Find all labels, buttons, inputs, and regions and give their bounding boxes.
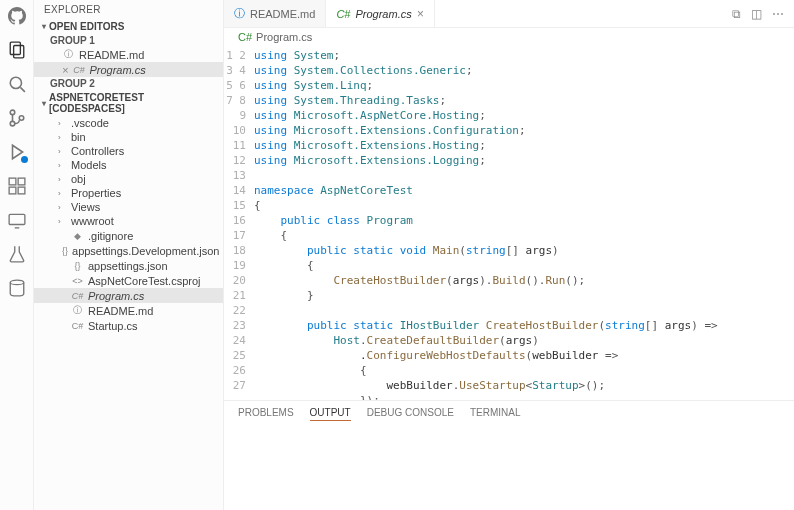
svg-rect-9 [18, 178, 25, 185]
tree-item[interactable]: ◆.gitignore [34, 228, 223, 243]
more-icon[interactable]: ⋯ [772, 7, 784, 21]
file-name: .gitignore [88, 230, 133, 242]
panel-tab-bar: PROBLEMSOUTPUTDEBUG CONSOLETERMINAL [224, 401, 794, 427]
info-file-icon: ⓘ [71, 304, 84, 317]
svg-rect-1 [13, 46, 23, 58]
code-editor[interactable]: 1 2 3 4 5 6 7 8 9 10 11 12 13 14 15 16 1… [224, 46, 794, 400]
json-file-icon: {} [62, 244, 68, 257]
chevron-down-icon: ▾ [42, 99, 46, 108]
tree-item[interactable]: ›Properties [34, 186, 223, 200]
open-editor-item[interactable]: ⓘREADME.md [34, 47, 223, 62]
file-name: Properties [71, 187, 121, 199]
close-icon[interactable]: × [417, 7, 424, 21]
workspace-header[interactable]: ▾ASPNETCORETEST [CODESPACES] [34, 90, 223, 116]
tree-item[interactable]: C#Program.cs [34, 288, 223, 303]
file-name: README.md [79, 49, 144, 61]
file-name: appsettings.Development.json [72, 245, 219, 257]
chevron-right-icon: › [58, 147, 67, 156]
svg-point-11 [10, 280, 24, 285]
close-icon[interactable]: × [62, 64, 68, 76]
proj-file-icon: <> [71, 274, 84, 287]
sql-icon[interactable] [7, 278, 27, 298]
tab-label: Program.cs [355, 8, 411, 20]
file-name: Views [71, 201, 100, 213]
file-name: Program.cs [89, 64, 145, 76]
cs-file-icon: C# [71, 289, 84, 302]
source-control-icon[interactable] [7, 108, 27, 128]
panel-tab-problems[interactable]: PROBLEMS [238, 407, 294, 421]
explorer-sidebar: EXPLORER ▾OPEN EDITORS GROUP 1ⓘREADME.md… [34, 0, 224, 510]
chevron-right-icon: › [58, 133, 67, 142]
file-name: README.md [88, 305, 153, 317]
json-file-icon: {} [71, 259, 84, 272]
tree-item[interactable]: ›obj [34, 172, 223, 186]
bottom-panel: PROBLEMSOUTPUTDEBUG CONSOLETERMINAL [224, 400, 794, 510]
file-name: wwwroot [71, 215, 114, 227]
panel-tab-terminal[interactable]: TERMINAL [470, 407, 521, 421]
split-editor-icon[interactable]: ◫ [751, 7, 762, 21]
tree-item[interactable]: {}appsettings.json [34, 258, 223, 273]
chevron-right-icon: › [58, 217, 67, 226]
panel-tab-debug console[interactable]: DEBUG CONSOLE [367, 407, 454, 421]
file-name: appsettings.json [88, 260, 168, 272]
chevron-right-icon: › [58, 119, 67, 128]
chevron-down-icon: ▾ [42, 22, 46, 31]
explorer-icon[interactable] [7, 40, 27, 60]
svg-rect-10 [9, 214, 25, 224]
file-name: Controllers [71, 145, 124, 157]
test-icon[interactable] [7, 244, 27, 264]
csharp-file-icon: C# [238, 31, 252, 43]
svg-point-4 [10, 121, 15, 126]
open-editors-header[interactable]: ▾OPEN EDITORS [34, 19, 223, 34]
open-editor-item[interactable]: ×C#Program.cs [34, 62, 223, 77]
editor-group-header[interactable]: GROUP 1 [34, 34, 223, 47]
editor-area: ⓘREADME.mdC#Program.cs× ⧉ ◫ ⋯ C# Program… [224, 0, 794, 510]
tab-actions: ⧉ ◫ ⋯ [732, 0, 794, 27]
compare-icon[interactable]: ⧉ [732, 7, 741, 21]
svg-point-2 [10, 77, 21, 88]
breadcrumb[interactable]: C# Program.cs [224, 28, 794, 46]
activity-bar [0, 0, 34, 510]
file-name: Program.cs [88, 290, 144, 302]
editor-tab[interactable]: ⓘREADME.md [224, 0, 326, 27]
tree-item[interactable]: ›Views [34, 200, 223, 214]
code-content[interactable]: using System; using System.Collections.G… [254, 46, 794, 400]
file-name: bin [71, 131, 86, 143]
cs-file-icon: C# [72, 63, 85, 76]
tree-item[interactable]: ›Models [34, 158, 223, 172]
tree-item[interactable]: ⓘREADME.md [34, 303, 223, 318]
remote-icon[interactable] [7, 210, 27, 230]
svg-point-3 [10, 110, 15, 115]
run-debug-icon[interactable] [7, 142, 27, 162]
editor-group-header[interactable]: GROUP 2 [34, 77, 223, 90]
tree-item[interactable]: ›Controllers [34, 144, 223, 158]
tree-item[interactable]: ›bin [34, 130, 223, 144]
tree-item[interactable]: {}appsettings.Development.json [34, 243, 223, 258]
cs-file-icon: C# [336, 8, 350, 20]
tree-item[interactable]: C#Startup.cs [34, 318, 223, 333]
cs-file-icon: C# [71, 319, 84, 332]
minimap[interactable]: ————————————— ——————————————————————————… [730, 50, 788, 130]
search-icon[interactable] [7, 74, 27, 94]
chevron-right-icon: › [58, 161, 67, 170]
chevron-right-icon: › [58, 203, 67, 212]
panel-tab-output[interactable]: OUTPUT [310, 407, 351, 421]
editor-tab[interactable]: C#Program.cs× [326, 0, 434, 27]
github-icon[interactable] [7, 6, 27, 26]
tree-item[interactable]: <>AspNetCoreTest.csproj [34, 273, 223, 288]
tree-item[interactable]: ›.vscode [34, 116, 223, 130]
chevron-right-icon: › [58, 175, 67, 184]
file-name: Startup.cs [88, 320, 138, 332]
sidebar-title: EXPLORER [34, 0, 223, 19]
file-name: AspNetCoreTest.csproj [88, 275, 201, 287]
tab-label: README.md [250, 8, 315, 20]
svg-rect-7 [9, 187, 16, 194]
svg-rect-0 [10, 42, 20, 54]
svg-rect-6 [9, 178, 16, 185]
svg-point-5 [19, 116, 24, 121]
tree-item[interactable]: ›wwwroot [34, 214, 223, 228]
extensions-icon[interactable] [7, 176, 27, 196]
chevron-right-icon: › [58, 189, 67, 198]
file-name: obj [71, 173, 86, 185]
line-numbers: 1 2 3 4 5 6 7 8 9 10 11 12 13 14 15 16 1… [224, 46, 254, 400]
